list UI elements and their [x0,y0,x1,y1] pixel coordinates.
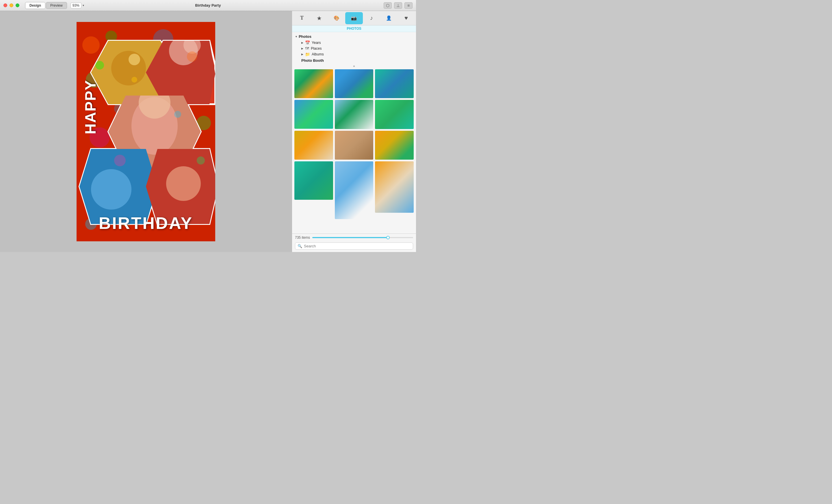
photo-thumb-10[interactable] [294,161,333,200]
star-icon-btn[interactable]: ★ [311,12,328,24]
tree-item-albums[interactable]: ▶ 📁 Albums [295,51,413,57]
albums-label: Albums [312,52,324,56]
photo-thumb-11[interactable] [335,161,373,219]
search-bar: 🔍 [292,241,416,252]
photos-root-label: Photos [299,34,311,39]
svg-point-49 [131,77,137,83]
card-text-birthday: BIRTHDAY [99,213,193,233]
zoom-control: 93% ▾ [71,3,84,8]
close-button[interactable] [3,3,7,7]
photo-thumb-7[interactable] [294,131,333,160]
search-input-wrap: 🔍 [295,243,413,250]
items-count: 735 items [295,235,310,240]
canvas-area: HAPPY BIRTHDAY [0,11,292,252]
minimize-button[interactable] [9,3,13,7]
photo-thumb-5[interactable] [335,100,373,129]
svg-point-45 [91,169,131,209]
svg-point-51 [174,111,181,118]
person-icon: 👤 [386,15,392,21]
svg-point-1 [82,36,100,54]
svg-point-48 [95,61,104,69]
maximize-button[interactable] [16,3,19,7]
photo-thumb-3[interactable] [375,69,414,98]
icon-toolbar: T ★ 🎨 📷 ♪ 👤 ♥ [292,11,416,25]
svg-point-53 [197,157,205,165]
music-icon-btn[interactable]: ♪ [363,12,380,24]
photo-thumb-9[interactable] [375,131,414,160]
titlebar-right-icons: ⬡ ⊥ ≡ [384,2,413,9]
photo-thumb-12[interactable] [375,161,414,213]
text-icon: T [300,15,304,21]
search-input[interactable] [304,244,411,248]
svg-point-47 [166,166,201,201]
photo-thumb-8[interactable] [335,131,373,160]
person-silhouette-icon[interactable]: ⊥ [394,2,402,9]
photo-grid [292,67,416,233]
search-icon: 🔍 [297,244,302,248]
heart-icon-btn[interactable]: ♥ [397,12,415,24]
tree-item-photobooth[interactable]: Photo Booth [295,57,413,64]
slider-thumb[interactable] [386,236,390,239]
svg-point-36 [111,51,146,85]
card-text-happy: HAPPY [82,80,99,134]
size-slider[interactable] [312,237,413,238]
person-icon-btn[interactable]: 👤 [380,12,397,24]
photo-area [292,67,416,233]
traffic-lights [3,3,19,7]
expand-triangle-places: ▶ [301,47,303,50]
calendar-icon: 📅 [305,40,310,45]
tree-item-years[interactable]: ▶ 📅 Years [295,40,413,46]
expand-triangle-albums: ▶ [301,53,303,56]
sidebar: T ★ 🎨 📷 ♪ 👤 ♥ PHOTOS [292,11,416,252]
zoom-arrow[interactable]: ▾ [83,4,84,7]
photo-thumb-4[interactable] [294,100,333,129]
album-icon: 📁 [305,52,310,57]
bottom-bar: 735 items [292,233,416,241]
slider-track [312,237,388,238]
map-icon: 🗺 [305,46,309,51]
main-content: HAPPY BIRTHDAY T ★ 🎨 📷 ♪ 👤 [0,11,416,252]
collapse-triangle: ▼ [295,35,297,38]
palette-icon: 🎨 [334,15,339,21]
toolbar-tabs: Design Preview [25,2,67,9]
photos-section-label: PHOTOS [292,25,416,32]
photos-root[interactable]: ▼ Photos [295,34,413,39]
3d-cube-icon[interactable]: ⬡ [384,2,392,9]
photo-thumb-1[interactable] [294,69,333,98]
tree-item-places[interactable]: ▶ 🗺 Places [295,46,413,51]
tab-preview[interactable]: Preview [46,2,67,9]
camera-icon-btn[interactable]: 📷 [345,12,363,24]
camera-icon: 📷 [351,15,357,21]
svg-point-50 [187,51,197,62]
photo-tree: ▼ Photos ▶ 📅 Years ▶ 🗺 Places ▶ 📁 Albums… [292,32,416,65]
scroll-dot [353,65,355,67]
titlebar: Design Preview 93% ▾ Birthday Party ⬡ ⊥ … [0,0,416,11]
tab-design[interactable]: Design [25,2,45,9]
places-label: Places [311,47,322,51]
expand-triangle: ▶ [301,41,303,44]
photo-thumb-2[interactable] [335,69,373,98]
text-icon-btn[interactable]: T [293,12,311,24]
svg-point-52 [114,155,126,166]
heart-icon: ♥ [405,15,408,21]
photo-thumb-6[interactable] [375,100,414,129]
star-icon: ★ [317,15,322,22]
window-title: Birthday Party [195,3,221,7]
scroll-position-indicator [292,65,416,67]
card-canvas[interactable]: HAPPY BIRTHDAY [77,22,215,241]
years-label: Years [312,41,321,45]
svg-point-37 [129,54,140,65]
music-icon: ♪ [370,15,373,21]
layers-icon[interactable]: ≡ [405,2,413,9]
palette-icon-btn[interactable]: 🎨 [328,12,345,24]
zoom-value[interactable]: 93% [71,3,81,8]
